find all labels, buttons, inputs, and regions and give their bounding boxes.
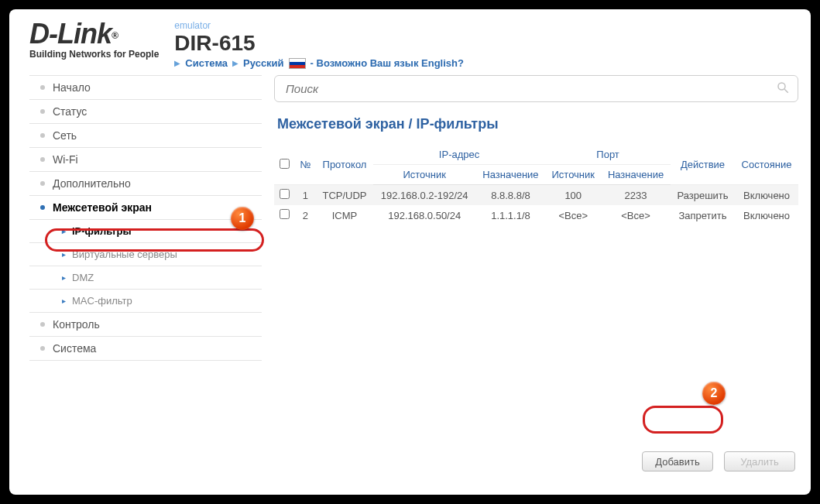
table-row[interactable]: 1TCP/UDP192.168.0.2-192/248.8.8.8/810022… [274,185,798,206]
sidebar-item-label: Контроль [53,318,100,331]
bullet-icon [40,346,45,351]
sidebar-subitem-5-3[interactable]: ▸MAC-фильтр [29,290,262,312]
sidebar-item-label: Сеть [53,129,77,142]
col-action: Действие [671,145,735,185]
cell-action: Разрешить [677,190,728,201]
cell-dst: 8.8.8.8/8 [491,190,530,201]
svg-point-0 [778,83,785,90]
flag-ru-icon [289,58,306,69]
sidebar-item-0[interactable]: Начало [29,76,262,99]
row-checkbox[interactable] [280,189,290,199]
sidebar-subitem-5-1[interactable]: ▸Виртуальные серверы [29,243,262,266]
bullet-icon [40,181,45,186]
svg-line-1 [784,89,788,93]
sidebar-subitem-5-2[interactable]: ▸DMZ [29,266,262,289]
row-checkbox[interactable] [280,209,290,219]
brand-logo: D-Link® Building Networks for People [29,20,159,60]
cell-src: 192.168.0.2-192/24 [381,190,468,201]
cell-proto: ICMP [332,210,358,221]
breadcrumb-system[interactable]: Система [185,57,228,69]
page-title: Межсетевой экран / IP-фильтры [277,116,795,132]
col-psrc: Источник [545,165,601,185]
search-bar[interactable] [274,75,798,102]
col-state: Состояние [735,145,798,185]
bullet-icon [40,205,45,210]
cell-action: Запретить [678,210,726,221]
cell-psrc: 100 [564,190,582,201]
sidebar-subitem-5-0[interactable]: ▸IP-фильтры [29,220,262,242]
sidebar-item-label: Статус [53,105,87,118]
cell-no: 1 [303,190,308,201]
col-proto: Протокол [316,145,373,185]
cell-no: 2 [303,210,308,221]
sidebar-subitem-label: DMZ [72,272,94,283]
sidebar: НачалоСтатусСетьWi-FiДополнительноМежсет… [29,75,262,479]
sidebar-item-7[interactable]: Система [29,337,262,360]
cell-proto: TCP/UDP [322,190,366,201]
bullet-icon [40,109,45,114]
sidebar-item-2[interactable]: Сеть [29,124,262,147]
col-no: № [295,145,317,185]
language-suggestion[interactable]: - Возможно Ваш язык English? [311,57,464,69]
sidebar-item-label: Система [53,342,96,355]
cell-state: Включено [743,190,790,201]
bullet-icon [40,85,45,90]
sidebar-subitem-label: IP-фильтры [72,225,132,237]
emulator-tag: emulator [174,20,464,31]
sidebar-item-label: Начало [53,81,91,94]
sidebar-item-4[interactable]: Дополнительно [29,172,262,195]
sidebar-item-label: Дополнительно [53,177,131,190]
cell-pdst: 2233 [625,190,647,201]
table-row[interactable]: 2ICMP192.168.0.50/241.1.1.1/8<Все><Все>З… [274,205,798,225]
cell-dst: 1.1.1.1/8 [491,210,530,221]
header: D-Link® Building Networks for People emu… [9,9,811,75]
sidebar-item-5[interactable]: Межсетевой экран [29,196,262,219]
content-area: Межсетевой экран / IP-фильтры № Протокол… [274,75,798,479]
chevron-right-icon: ▸ [62,227,66,235]
footer-buttons: Добавить Удалить [274,444,798,479]
col-dst: Назначение [476,165,546,185]
cell-pdst: <Все> [621,210,650,221]
col-group-port: Порт [545,145,671,165]
cell-state: Включено [743,210,790,221]
bullet-icon [40,157,45,162]
chevron-right-icon: ▸ [62,250,66,259]
breadcrumb-language[interactable]: Русский [243,57,284,69]
search-input[interactable] [286,82,776,95]
col-pdst: Назначение [601,165,671,185]
chevron-right-icon: ▶ [174,59,180,67]
sidebar-item-label: Межсетевой экран [53,201,152,214]
sidebar-item-label: Wi-Fi [53,153,78,166]
chevron-right-icon: ▸ [62,273,66,282]
sidebar-subitem-label: Виртуальные серверы [72,249,177,260]
add-button[interactable]: Добавить [642,451,713,471]
bullet-icon [40,133,45,138]
bullet-icon [40,322,45,327]
sidebar-subitem-label: MAC-фильтр [72,295,132,307]
col-group-ip: IP-адрес [373,145,546,165]
breadcrumb: ▶ Система ▶ Русский - Возможно Ваш язык … [174,57,464,69]
delete-button[interactable]: Удалить [724,451,795,471]
ip-filter-table: № Протокол IP-адрес Порт Действие Состоя… [274,145,798,225]
sidebar-item-6[interactable]: Контроль [29,313,262,336]
brand-tagline: Building Networks for People [29,50,159,60]
cell-src: 192.168.0.50/24 [388,210,461,221]
select-all-checkbox[interactable] [280,159,290,169]
chevron-right-icon: ▸ [62,297,66,305]
col-src: Источник [373,165,476,185]
search-icon[interactable] [776,81,790,97]
sidebar-item-1[interactable]: Статус [29,100,262,123]
chevron-right-icon: ▶ [232,59,238,67]
device-model: DIR-615 [174,33,464,54]
sidebar-item-3[interactable]: Wi-Fi [29,148,262,171]
cell-psrc: <Все> [558,210,588,221]
